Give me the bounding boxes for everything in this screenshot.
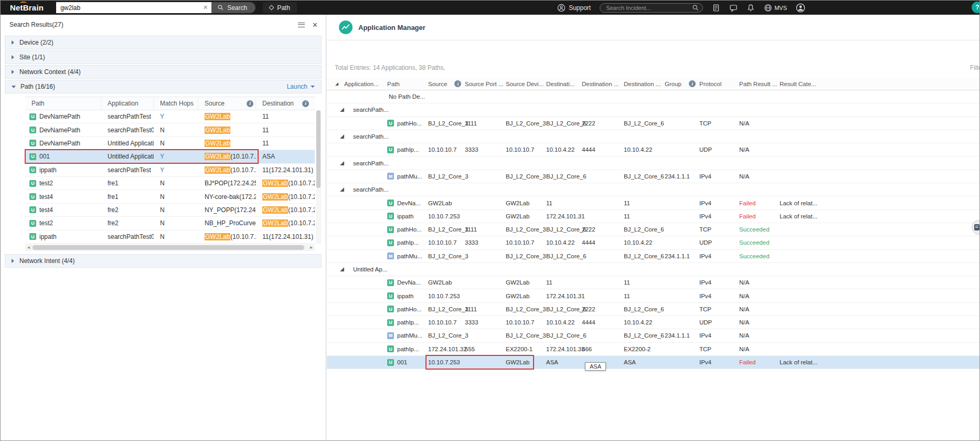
column-header-path[interactable]: Path bbox=[25, 97, 101, 110]
path-result-row[interactable]: UDevNamePathsearchPathTestYGW2Lab11 bbox=[25, 110, 315, 123]
cell-protocol: IPv4 bbox=[699, 170, 739, 183]
sort-all-column-header[interactable] bbox=[331, 82, 344, 86]
path-row[interactable]: MpathMu...BJ_L2_Core_3BJ_L2_Core_3BJ_L2_… bbox=[327, 329, 979, 342]
scroll-right-arrow[interactable]: ► bbox=[308, 244, 315, 251]
column-header-path[interactable]: Path bbox=[387, 81, 428, 87]
section-site[interactable]: Site (1/1) bbox=[5, 50, 322, 64]
application-group-row[interactable]: searchPath... bbox=[327, 103, 979, 117]
cell-destination-device: EX2200-2 bbox=[624, 343, 665, 355]
path-row[interactable]: UpathIp...10.10.10.7333310.10.10.710.10.… bbox=[327, 316, 979, 329]
path-row[interactable]: UpathHo...BJ_L2_Core_31111BJ_L2_Core_3BJ… bbox=[327, 303, 979, 316]
path-type-icon: U bbox=[387, 213, 394, 219]
section-device[interactable]: Device (2/2) bbox=[5, 36, 322, 49]
collapse-group-icon[interactable] bbox=[340, 134, 344, 139]
search-term-highlight: GW2Lab bbox=[205, 140, 230, 147]
collapse-group-icon[interactable] bbox=[340, 161, 344, 165]
filter-label[interactable]: Filter bbox=[970, 64, 979, 71]
region-selector[interactable]: MVS bbox=[764, 4, 787, 12]
application-group-row[interactable]: searchPath... bbox=[327, 183, 979, 196]
path-result-row[interactable]: Utest4fre2NNY_POPP(172.24.30...GW2Lab(10… bbox=[25, 204, 315, 217]
column-header-destination-device[interactable]: Destination ... bbox=[624, 81, 665, 87]
cell-value: BJ_L2_Core_3 bbox=[506, 226, 546, 233]
path-result-row[interactable]: Utest2fre2NNB_HP_ProCurve(1...GW2Lab(10.… bbox=[25, 217, 315, 230]
path-result-row[interactable]: Utest2fre1NBJ*POP(172.24.255.8)GW2Lab(10… bbox=[25, 177, 315, 190]
path-row[interactable]: UpathIp...10.10.10.7333310.10.10.710.10.… bbox=[327, 143, 979, 156]
path-row[interactable]: UDevNa...GW2LabGW2Lab1111IPv4FailedLack … bbox=[327, 196, 979, 209]
column-header-source-device[interactable]: Source Devi... bbox=[506, 81, 546, 87]
path-result-row[interactable]: UDevNamePathUntitled Applicati...NGW2Lab… bbox=[25, 137, 315, 150]
column-header-path-result[interactable]: Path Result ... bbox=[739, 81, 780, 87]
path-row[interactable]: UpathIp...10.10.10.7333310.10.10.710.10.… bbox=[327, 236, 979, 249]
clear-search-icon[interactable]: ✕ bbox=[203, 4, 208, 11]
section-path[interactable]: Path (16/16) Launch bbox=[5, 80, 322, 93]
path-result-row[interactable]: Utest4fre1NNY-core-bak(172.24...GW2Lab(1… bbox=[25, 190, 315, 203]
apps-keypad-icon[interactable] bbox=[712, 4, 720, 12]
column-header-result-category[interactable]: Result Cate... bbox=[780, 81, 822, 87]
cell-source-device: GW2Lab bbox=[506, 276, 546, 289]
panel-close-icon[interactable]: ✕ bbox=[312, 22, 318, 28]
column-header-source[interactable]: Sourcei bbox=[198, 97, 256, 110]
incident-search-input[interactable] bbox=[600, 3, 703, 13]
path-row[interactable]: UpathHo...BJ_L2_Core_31111BJ_L2_Core_3BJ… bbox=[327, 223, 979, 236]
column-header-application[interactable]: Application bbox=[101, 97, 154, 110]
applications-table-header: Application...PathSourceiSource Port ...… bbox=[327, 78, 979, 90]
scrollbar-thumb[interactable] bbox=[33, 245, 304, 250]
path-result-row[interactable]: UippathsearchPathTestYGW2Lab(10.10.7.253… bbox=[25, 164, 315, 177]
column-header-source[interactable]: Sourcei bbox=[428, 80, 465, 87]
horizontal-scrollbar[interactable]: ◄ ► bbox=[25, 244, 315, 251]
panel-menu-icon[interactable] bbox=[298, 23, 305, 27]
collapse-group-icon[interactable] bbox=[340, 267, 344, 271]
search-button[interactable]: Search bbox=[211, 2, 255, 13]
support-button[interactable]: Support bbox=[557, 4, 591, 12]
path-row[interactable]: U00110.10.7.253GW2LabASAASAIPv4FailedLac… bbox=[327, 356, 979, 369]
path-type-icon: U bbox=[29, 193, 36, 200]
chat-icon[interactable] bbox=[729, 4, 738, 12]
path-row[interactable]: UpathIp...172.24.101.32555EX2200-1172.24… bbox=[327, 343, 979, 356]
netbrain-logo[interactable]: NetBrain bbox=[10, 3, 44, 12]
path-result-row[interactable]: UDevNamePathsearchPathTest001NGW2Lab11 bbox=[25, 123, 315, 136]
cell-value: 11 bbox=[546, 200, 552, 206]
path-result-row[interactable]: U001Untitled Applicati...YGW2Lab(10.10.7… bbox=[25, 150, 315, 163]
column-header-source-port[interactable]: Source Port ... bbox=[465, 81, 506, 87]
match-hops-cell: Y bbox=[154, 110, 198, 123]
column-header-protocol[interactable]: Protocol bbox=[699, 81, 739, 87]
path-row[interactable]: MpathMu...BJ_L2_Core_3BJ_L2_Core_3BJ_L2_… bbox=[327, 250, 979, 263]
incident-search-icon[interactable] bbox=[692, 4, 699, 12]
notifications-bell-icon[interactable] bbox=[747, 4, 755, 12]
scrollbar-thumb[interactable] bbox=[316, 110, 321, 188]
path-row[interactable]: UpathHo...BJ_L2_Core_31111BJ_L2_Core_3BJ… bbox=[327, 117, 979, 130]
column-header-label: Destinati... bbox=[546, 81, 574, 87]
cell-source-port bbox=[465, 329, 506, 342]
column-header-destination[interactable]: Destinationi bbox=[256, 97, 315, 110]
section-network-context[interactable]: Network Context (4/4) bbox=[5, 65, 322, 79]
column-header-label: Destination ... bbox=[624, 81, 661, 87]
path-name-cell: Uippath bbox=[387, 210, 428, 223]
collapse-group-icon[interactable] bbox=[340, 187, 344, 192]
user-avatar-icon[interactable] bbox=[796, 3, 805, 13]
path-results-content: Path Application Match Hops Sourcei Dest… bbox=[25, 97, 322, 251]
vertical-scrollbar[interactable] bbox=[316, 110, 321, 244]
cell-destination-port: 2222 bbox=[582, 223, 624, 236]
path-row[interactable]: Uippath10.10.7.253GW2Lab172.24.101.3111I… bbox=[327, 210, 979, 223]
path-row[interactable]: Uippath10.10.7.253GW2Lab172.24.101.3111I… bbox=[327, 289, 979, 302]
sort-corner-icon[interactable] bbox=[335, 82, 338, 86]
path-row[interactable]: UDevNa...GW2LabGW2Lab1111IPv4N/A bbox=[327, 276, 979, 289]
path-row[interactable]: MpathMu...BJ_L2_Core_3BJ_L2_Core_3BJ_L2_… bbox=[327, 170, 979, 183]
launch-dropdown[interactable]: Launch bbox=[287, 83, 315, 90]
path-button[interactable]: Path bbox=[263, 2, 297, 13]
collapse-group-icon[interactable] bbox=[340, 108, 344, 112]
path-result-row[interactable]: UippathsearchPathTest002NGW2Lab(10.10.7.… bbox=[25, 230, 315, 244]
column-header-application[interactable]: Application... bbox=[344, 81, 387, 87]
section-network-intent[interactable]: Network Intent (4/4) bbox=[5, 254, 322, 268]
help-button[interactable]: ? bbox=[972, 2, 980, 13]
column-header-destination[interactable]: Destinati...i bbox=[546, 80, 582, 87]
column-header-destination-port[interactable]: Destination ... bbox=[582, 81, 624, 87]
application-group-row[interactable]: Untitled Ap... bbox=[327, 263, 979, 276]
cell-value: GW2Lab bbox=[506, 359, 529, 365]
scroll-left-arrow[interactable]: ◄ bbox=[25, 244, 32, 251]
application-group-row[interactable]: searchPath... bbox=[327, 156, 979, 170]
column-header-group[interactable]: Groupi bbox=[665, 80, 699, 87]
device-search-input[interactable] bbox=[56, 2, 211, 13]
column-header-match-hops[interactable]: Match Hops bbox=[154, 97, 198, 110]
application-group-row[interactable]: searchPath... bbox=[327, 130, 979, 143]
